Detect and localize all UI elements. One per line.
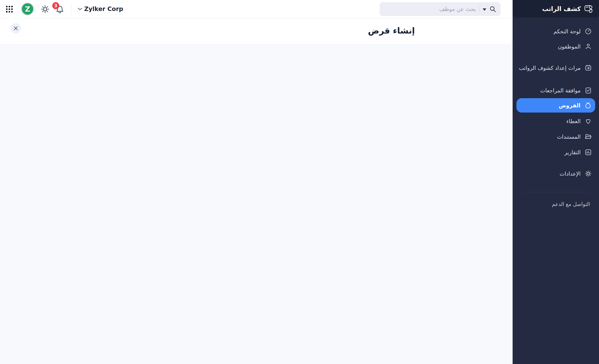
sidebar-item-donations[interactable]: العطاء (566, 115, 592, 127)
apps-grid-icon[interactable] (6, 5, 13, 13)
topbar-divider (71, 4, 72, 14)
form-content (0, 44, 513, 364)
sidebar-app-title: كشف الراتب (542, 5, 581, 12)
sidebar-item-label: الإعدادات (559, 171, 581, 177)
zoho-logo[interactable]: Z (21, 3, 34, 15)
sidebar-item-label: القروض (559, 102, 581, 108)
loan-create-page: { "topbar": { "company": "Zylker Corp", … (0, 0, 599, 364)
documents-icon (585, 133, 592, 140)
sidebar-item-settings[interactable]: الإعدادات (559, 168, 592, 179)
sidebar-item-dashboard[interactable]: لوحة التحكم (554, 26, 592, 37)
sidebar-item-pay-runs[interactable]: مرات إعداد كشوف الرواتب (519, 62, 592, 73)
close-button[interactable] (11, 23, 21, 34)
employees-icon (585, 43, 592, 50)
employee-search (380, 2, 501, 16)
sidebar-item-approvals[interactable]: موافقة المراجعات (540, 85, 592, 96)
sidebar-item-label: التقارير (564, 149, 581, 155)
approvals-icon (585, 87, 592, 94)
sidebar-app-header: كشف الراتب (513, 0, 599, 18)
sidebar-item-documents[interactable]: المستندات (557, 131, 592, 142)
company-name[interactable]: Zylker Corp (84, 5, 123, 12)
dashboard-icon (585, 28, 592, 35)
sidebar-item-reports[interactable]: التقارير (564, 147, 592, 158)
loans-icon (584, 102, 592, 109)
search-icon[interactable] (489, 6, 496, 13)
reports-icon (585, 149, 592, 156)
search-filter-dropdown-icon[interactable] (483, 8, 486, 11)
notification-count-badge: 3 (52, 2, 59, 9)
company-chevron-down-icon[interactable] (78, 8, 82, 10)
sidebar-item-loans[interactable]: القروض (516, 98, 595, 113)
page-title: إنشاء قرض (368, 26, 415, 36)
settings-icon (585, 170, 592, 177)
sidebar-item-label: موافقة المراجعات (540, 87, 581, 94)
sidebar-item-label: لوحة التحكم (554, 28, 581, 35)
search-input[interactable] (384, 3, 476, 16)
sidebar-item-employees[interactable]: الموظفون (558, 41, 592, 52)
payroll-app-icon (584, 4, 594, 14)
sidebar-item-label: المستندات (557, 134, 581, 140)
gear-icon[interactable] (41, 5, 50, 14)
donations-icon (585, 117, 592, 125)
page-header: إنشاء قرض (0, 18, 513, 44)
sidebar: كشف الراتب لوحة التحكم الموظفون مرات إعد… (513, 0, 599, 364)
top-bar: Z 3 Zylker Corp (0, 0, 513, 18)
sidebar-item-label: العطاء (566, 118, 581, 124)
contact-support-link[interactable]: التواصل مع الدعم (552, 199, 590, 210)
pay-runs-icon (585, 64, 592, 71)
sidebar-item-label: مرات إعداد كشوف الرواتب (519, 65, 581, 71)
sidebar-item-label: الموظفون (558, 44, 581, 50)
